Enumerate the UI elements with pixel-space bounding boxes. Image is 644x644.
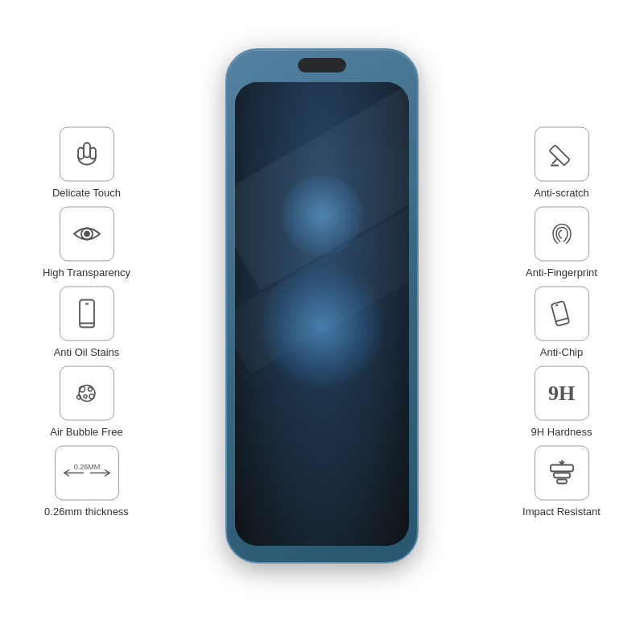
bubbles-icon — [69, 376, 105, 411]
phone-notch — [298, 58, 346, 72]
feature-thickness: 0.26MM 0.26mm thickness — [8, 446, 165, 518]
main-container: Delicate Touch High Transparency — [0, 0, 644, 644]
anti-fingerprint-label: Anti-Fingerprint — [526, 266, 597, 279]
eye-icon — [69, 217, 105, 252]
svg-rect-23 — [551, 465, 573, 472]
thickness-icon-box: 0.26MM — [55, 446, 119, 501]
svg-rect-25 — [557, 480, 567, 484]
svg-point-4 — [85, 232, 89, 237]
fingerprint-icon — [544, 217, 580, 252]
svg-rect-20 — [551, 301, 569, 326]
thickness-label: 0.26mm thickness — [44, 506, 129, 518]
phone-screen — [235, 82, 409, 546]
anti-chip-label: Anti-Chip — [540, 346, 583, 358]
svg-rect-17 — [549, 145, 569, 165]
svg-point-13 — [76, 395, 80, 399]
feature-delicate-touch: Delicate Touch — [8, 127, 165, 199]
svg-point-11 — [84, 395, 87, 398]
svg-line-18 — [552, 159, 557, 164]
air-bubble-label: Air Bubble Free — [50, 426, 122, 438]
impact-resistant-icon-box — [535, 446, 589, 501]
features-left: Delicate Touch High Transparency — [8, 127, 165, 518]
svg-line-22 — [555, 318, 568, 321]
delicate-touch-icon-box — [60, 127, 114, 182]
screen-circle-1 — [258, 262, 386, 391]
anti-chip-icon-box — [535, 287, 589, 341]
ruler-icon: 0.26MM — [60, 456, 114, 490]
screen-circle-2 — [282, 175, 362, 255]
svg-rect-1 — [90, 148, 96, 159]
anti-scratch-icon-box — [535, 127, 589, 182]
feature-anti-scratch: Anti-scratch — [487, 127, 636, 199]
9h-text: 9H — [548, 383, 575, 404]
impact-resistant-label: Impact Resistant — [522, 506, 601, 518]
svg-rect-0 — [84, 143, 90, 158]
scratch-icon — [544, 137, 580, 172]
phone-area — [217, 48, 427, 596]
9h-hardness-label: 9H Hardness — [531, 426, 592, 438]
svg-rect-24 — [554, 473, 570, 478]
touch-icon — [69, 137, 105, 172]
impact-icon — [544, 456, 580, 491]
high-transparency-icon-box — [60, 207, 114, 262]
chip-icon — [544, 296, 580, 332]
anti-fingerprint-icon-box — [535, 207, 589, 262]
anti-oil-icon-box — [60, 287, 114, 341]
9h-hardness-icon-box: 9H — [535, 366, 589, 421]
feature-air-bubble: Air Bubble Free — [8, 366, 165, 438]
anti-scratch-label: Anti-scratch — [534, 187, 589, 199]
svg-point-10 — [88, 387, 92, 391]
feature-high-transparency: High Transparency — [8, 207, 165, 279]
svg-line-21 — [555, 305, 558, 306]
phone-small-icon — [69, 296, 105, 332]
air-bubble-icon-box — [60, 366, 114, 421]
phone-outer — [225, 48, 419, 564]
screen-content — [235, 82, 409, 546]
feature-anti-chip: Anti-Chip — [487, 287, 636, 358]
svg-point-12 — [89, 394, 94, 399]
svg-text:0.26MM: 0.26MM — [73, 463, 100, 471]
feature-9h-hardness: 9H 9H Hardness — [487, 366, 636, 438]
high-transparency-label: High Transparency — [43, 266, 130, 279]
feature-impact-resistant: Impact Resistant — [487, 446, 636, 518]
feature-anti-oil: Anti Oil Stains — [8, 287, 165, 358]
anti-oil-label: Anti Oil Stains — [54, 346, 120, 358]
features-right: Anti-scratch Anti-Fingerprint — [487, 127, 636, 518]
delicate-touch-label: Delicate Touch — [52, 187, 121, 199]
svg-rect-2 — [78, 148, 84, 159]
feature-anti-fingerprint: Anti-Fingerprint — [487, 207, 636, 279]
